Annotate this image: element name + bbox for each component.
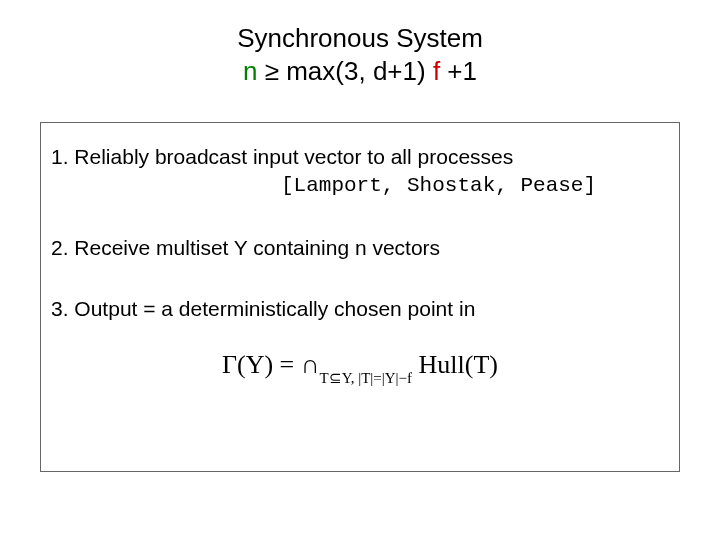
formula: Γ(Y) = ∩T⊆Y, |T|=|Y|−f Hull(T) [222, 350, 498, 379]
title-line-1: Synchronous System [0, 22, 720, 55]
step-3: 3. Output = a deterministically chosen p… [51, 295, 669, 322]
formula-lhs: Γ(Y) = ∩ [222, 350, 320, 379]
step-1: 1. Reliably broadcast input vector to al… [51, 143, 669, 200]
title-n: n [243, 56, 257, 86]
slide: Synchronous System n ≥ max(3, d+1) f +1 … [0, 0, 720, 540]
step-1-text: 1. Reliably broadcast input vector to al… [51, 145, 513, 168]
step-1-citation: [Lamport, Shostak, Pease] [281, 172, 669, 199]
step-2: 2. Receive multiset Y containing n vecto… [51, 234, 669, 261]
slide-title: Synchronous System n ≥ max(3, d+1) f +1 [0, 22, 720, 87]
step-2-text: 2. Receive multiset Y containing n vecto… [51, 236, 440, 259]
title-mid: ≥ max(3, d+1) [257, 56, 432, 86]
content-box: 1. Reliably broadcast input vector to al… [40, 122, 680, 472]
formula-rhs: Hull(T) [412, 350, 498, 379]
title-line-2: n ≥ max(3, d+1) f +1 [0, 55, 720, 88]
step-3-text: 3. Output = a deterministically chosen p… [51, 297, 475, 320]
title-tail: +1 [440, 56, 477, 86]
formula-block: Γ(Y) = ∩T⊆Y, |T|=|Y|−f Hull(T) [51, 350, 669, 383]
formula-subscript: T⊆Y, |T|=|Y|−f [320, 370, 412, 386]
